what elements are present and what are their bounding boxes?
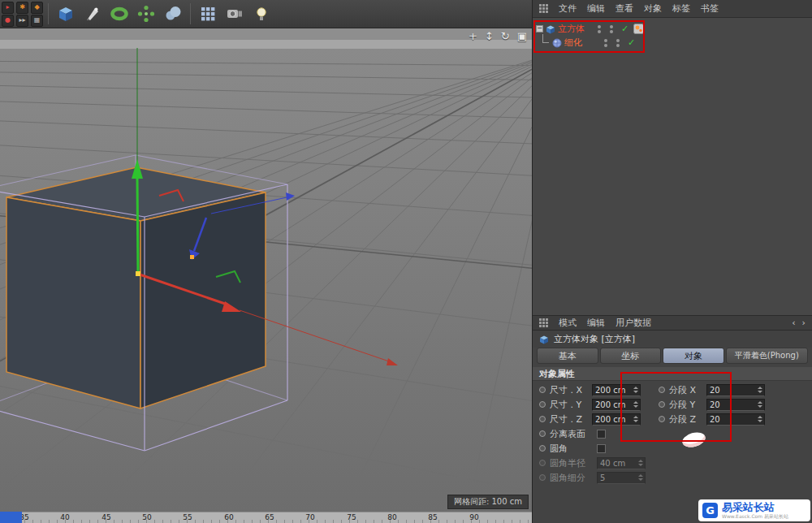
timeline-ruler[interactable]: 35 40 45 50 55 60 65 70 75 80 85 90: [0, 512, 532, 523]
param-dot-icon[interactable]: [539, 416, 546, 422]
right-panel: 文件 编辑 查看 对象 标签 书签 − 立方体 ✓: [532, 0, 812, 523]
tab-basic[interactable]: 基本: [537, 348, 598, 364]
enabled-check-icon[interactable]: ✓: [621, 24, 628, 34]
menu-tags[interactable]: 标签: [672, 2, 690, 15]
keyframe2-icon[interactable]: ◆: [31, 2, 43, 14]
property-row-disabled: 圆角细分 5: [533, 470, 812, 485]
param-dot-icon[interactable]: [539, 445, 546, 452]
menu-am-edit[interactable]: 编辑: [587, 317, 605, 329]
ruler-tick: 65: [261, 513, 278, 521]
origin-handle-dot[interactable]: [136, 271, 140, 276]
render-visibility-dots[interactable]: [610, 25, 613, 33]
ruler-tick: 70: [302, 513, 318, 521]
timeline-start-marker[interactable]: [0, 512, 22, 523]
size-x-field[interactable]: 200 cm: [592, 384, 641, 396]
spinner[interactable]: [756, 414, 763, 425]
array-icon[interactable]: [134, 2, 158, 26]
segments-x-value: 20: [710, 386, 720, 395]
camera-icon[interactable]: [222, 2, 247, 26]
light-icon[interactable]: [249, 2, 274, 26]
param-dot-icon[interactable]: [539, 401, 546, 408]
param-dot-icon[interactable]: [659, 416, 665, 422]
ruler-tick: 45: [98, 513, 114, 521]
track-icon[interactable]: ▦: [31, 15, 43, 27]
editor-visibility-dots[interactable]: [604, 39, 607, 47]
editor-visibility-dots[interactable]: [598, 25, 601, 33]
matrix-grid-icon[interactable]: [196, 2, 220, 26]
separate-surfaces-checkbox[interactable]: [597, 430, 606, 439]
toolbar-separator: [190, 3, 191, 24]
object-manager[interactable]: − 立方体 ✓ 细化 ✓: [533, 18, 812, 315]
object-label-smoothing[interactable]: 细化: [564, 37, 598, 49]
param-dot-icon[interactable]: [539, 430, 546, 437]
cube-left-face[interactable]: [6, 197, 140, 408]
dolly-icon[interactable]: ↕: [485, 30, 494, 42]
spinner[interactable]: [756, 385, 763, 395]
fillet-subdivision-field: 5: [597, 472, 646, 484]
spinner[interactable]: [632, 400, 639, 410]
size-y-field[interactable]: 200 cm: [592, 399, 641, 411]
menu-object[interactable]: 对象: [644, 2, 662, 15]
tab-object[interactable]: 对象: [663, 348, 724, 364]
panel-grid-icon[interactable]: [539, 4, 548, 13]
object-manager-menubar: 文件 编辑 查看 对象 标签 书签: [533, 0, 812, 18]
size-y-value: 200 cm: [595, 400, 626, 409]
segments-y-field[interactable]: 20: [706, 399, 765, 411]
spline-pen-icon[interactable]: [80, 2, 105, 26]
rotate-icon[interactable]: ↻: [501, 30, 510, 42]
spinner[interactable]: [632, 385, 639, 395]
menu-bookmarks[interactable]: 书签: [701, 2, 719, 15]
cube-object-icon: [539, 335, 549, 344]
menu-userdata[interactable]: 用户数据: [615, 317, 651, 329]
object-row-smoothing[interactable]: 细化 ✓: [533, 36, 812, 50]
param-dot-icon: [539, 474, 546, 481]
ruler-tick: 40: [57, 513, 73, 521]
ruler-tick: 85: [425, 513, 441, 521]
property-row: 圆角: [533, 441, 812, 456]
segments-z-field[interactable]: 20: [706, 413, 765, 426]
segments-x-field[interactable]: 20: [706, 384, 765, 396]
cube-object[interactable]: [6, 167, 266, 408]
gear-icon[interactable]: ✱: [16, 2, 28, 14]
fillet-radius-field: 40 cm: [597, 457, 646, 469]
menu-edit[interactable]: 编辑: [587, 2, 605, 15]
tab-phong[interactable]: 平滑着色(Phong): [726, 348, 808, 364]
phong-tag-icon[interactable]: [633, 24, 644, 34]
param-dot-icon[interactable]: [659, 401, 665, 408]
tab-coordinates[interactable]: 坐标: [600, 348, 662, 364]
object-label-cube[interactable]: 立方体: [558, 23, 592, 35]
expander-icon[interactable]: −: [536, 25, 543, 32]
panel-grid-icon[interactable]: [539, 318, 548, 327]
metaball-icon[interactable]: [161, 2, 185, 26]
menu-file[interactable]: 文件: [559, 2, 577, 15]
forward-icon[interactable]: ›: [802, 318, 806, 328]
enabled-check-icon[interactable]: ✓: [628, 37, 635, 48]
object-row-cube[interactable]: − 立方体 ✓: [533, 22, 812, 36]
keyframe-icon[interactable]: ▸: [2, 2, 14, 14]
spinner[interactable]: [632, 414, 639, 425]
viewport-canvas[interactable]: + ↕ ↻ ▣: [0, 28, 532, 512]
record-icon[interactable]: ●: [2, 15, 14, 27]
viewport-3d-scene[interactable]: [0, 28, 532, 512]
size-y-label: 尺寸 . Y: [550, 399, 592, 411]
back-icon[interactable]: ‹: [792, 318, 795, 328]
y-axis-handle[interactable]: [137, 178, 138, 274]
size-z-field[interactable]: 200 cm: [592, 413, 641, 426]
render-visibility-dots[interactable]: [616, 39, 620, 47]
pan-icon[interactable]: +: [469, 30, 477, 42]
maximize-icon[interactable]: ▣: [517, 30, 527, 42]
menu-mode[interactable]: 模式: [559, 317, 577, 329]
menu-view[interactable]: 查看: [615, 2, 633, 15]
attribute-tabs: 基本 坐标 对象 平滑着色(Phong): [537, 348, 808, 364]
segments-z-value: 20: [710, 415, 720, 424]
playback-icon[interactable]: ▸▸: [16, 15, 28, 27]
size-z-label: 尺寸 . Z: [550, 413, 592, 426]
subdivision-torus-icon[interactable]: [107, 2, 132, 26]
spinner[interactable]: [756, 400, 763, 410]
param-dot-icon[interactable]: [539, 387, 546, 393]
cube-primitive-icon[interactable]: [54, 2, 78, 26]
edge-handle-dot[interactable]: [190, 255, 194, 259]
fillet-checkbox[interactable]: [597, 444, 606, 453]
param-dot-icon[interactable]: [659, 387, 665, 393]
fillet-subdivision-label: 圆角细分: [550, 472, 597, 484]
